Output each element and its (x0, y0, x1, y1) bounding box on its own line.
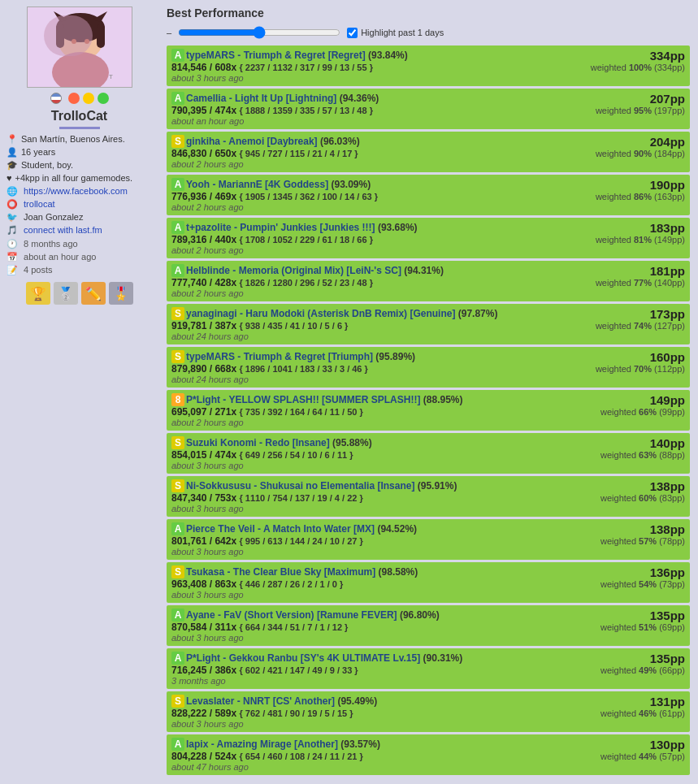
pp-main: 138pp (596, 522, 685, 536)
perf-title-link[interactable]: Ni-Sokkususu - Shukusai no Elementalia [… (186, 480, 414, 492)
pp-weighted: weighted 100% (334pp) (591, 63, 685, 72)
perf-left: APierce The Veil - A Match Into Water [M… (171, 522, 596, 557)
perf-row[interactable]: AAyane - FaV (Short Version) [Ramune FEV… (167, 605, 690, 646)
perf-hits: { 602 / 421 / 147 / 49 / 9 / 33 } (239, 665, 358, 675)
pp-main: 140pp (596, 436, 685, 450)
perf-row[interactable]: Alapix - Amazing Mirage [Another] (93.57… (167, 734, 690, 775)
highlight-slider[interactable] (178, 26, 340, 39)
perf-left: StypeMARS - Triumph & Regret [Triumph] (… (171, 350, 596, 384)
perf-left: At+pazolite - Pumpin' Junkies [Junkies !… (171, 221, 596, 255)
perf-left: 8P*Light - YELLOW SPLASH!! [SUMMER SPLAS… (171, 393, 596, 427)
perf-title-link[interactable]: Tsukasa - The Clear Blue Sky [Maximum] (186, 566, 375, 578)
website-link-row[interactable]: 🌐 https://www.facebook.com (7, 186, 152, 197)
perf-right: 160pp weighted 70% (112pp) (596, 350, 685, 374)
website-link[interactable]: https://www.facebook.com (24, 186, 128, 196)
perf-time: 3 months ago (171, 676, 596, 686)
pp-main: 138pp (596, 479, 685, 493)
perf-left: Syanaginagi - Haru Modoki (Asterisk DnB … (171, 307, 596, 341)
title: 🎓Student, boy. (7, 160, 152, 171)
perf-title-link[interactable]: typeMARS - Triumph & Regret [Triumph] (186, 351, 373, 362)
highlight-checkbox[interactable] (347, 28, 358, 38)
perf-title-link[interactable]: Helblinde - Memoria (Original Mix) [LeiN… (186, 265, 401, 276)
perf-row[interactable]: At+pazolite - Pumpin' Junkies [Junkies !… (167, 218, 690, 258)
perf-title-link[interactable]: typeMARS - Triumph & Regret [Regret] (186, 50, 366, 61)
perf-title-link[interactable]: t+pazolite - Pumpin' Junkies [Junkies !!… (186, 222, 375, 233)
perf-row[interactable]: SSuzuki Konomi - Redo [Insane] (95.88%) … (167, 433, 690, 474)
perf-title-link[interactable]: Camellia - Light It Up [Lightning] (186, 93, 336, 104)
perf-left: AtypeMARS - Triumph & Regret [Regret] (9… (171, 49, 591, 83)
perf-title: AtypeMARS - Triumph & Regret [Regret] (9… (171, 49, 591, 62)
perf-score: 716,245 / 386x { 602 / 421 / 147 / 49 / … (171, 665, 596, 676)
perf-title-link[interactable]: yanaginagi - Haru Modoki (Asterisk DnB R… (186, 308, 455, 319)
perf-row[interactable]: Syanaginagi - Haru Modoki (Asterisk DnB … (167, 304, 690, 344)
perf-row[interactable]: 8P*Light - YELLOW SPLASH!! [SUMMER SPLAS… (167, 390, 690, 431)
osu-link[interactable]: trollocat (24, 199, 55, 209)
globe-icon: 🌐 (7, 186, 18, 196)
perf-row[interactable]: AP*Light - Gekkou Ranbu [SY's 4K ULTIMAT… (167, 648, 690, 689)
perf-time: about 2 hours ago (171, 245, 596, 255)
pp-main: 136pp (596, 565, 685, 579)
perf-left: SSuzuki Konomi - Redo [Insane] (95.88%) … (171, 436, 596, 470)
flag-icon (50, 93, 62, 104)
perf-hits: { 1826 / 1280 / 296 / 52 / 23 / 48 } (239, 278, 373, 288)
perf-row[interactable]: APierce The Veil - A Match Into Water [M… (167, 519, 690, 560)
perf-title-link[interactable]: Suzuki Konomi - Redo [Insane] (186, 437, 330, 448)
last-online: 🕐 8 months ago (7, 239, 152, 249)
perf-row[interactable]: StypeMARS - Triumph & Regret [Triumph] (… (167, 347, 690, 388)
perf-title-link[interactable]: Pierce The Veil - A Match Into Water [MX… (186, 523, 375, 535)
perf-row[interactable]: Sginkiha - Anemoi [Daybreak] (96.03%) 84… (167, 132, 690, 172)
perf-title-link[interactable]: lapix - Amazing Mirage [Another] (186, 739, 338, 750)
svg-rect-4 (56, 24, 64, 48)
twitter-icon: 🐦 (7, 212, 18, 222)
perf-left: AP*Light - Gekkou Ranbu [SY's 4K ULTIMAT… (171, 652, 596, 686)
trophy-gray: 🎖️ (109, 282, 133, 305)
perf-title: At+pazolite - Pumpin' Junkies [Junkies !… (171, 221, 596, 234)
perf-title: 8P*Light - YELLOW SPLASH!! [SUMMER SPLAS… (171, 393, 596, 406)
pp-main: 135pp (596, 609, 685, 622)
perf-row[interactable]: AtypeMARS - Triumph & Regret [Regret] (9… (167, 45, 690, 86)
stats-section: 🕐 8 months ago 📅 about an hour ago 📝 4 p… (7, 239, 152, 275)
perf-row[interactable]: AYooh - MariannE [4K Goddess] (93.09%) 7… (167, 175, 690, 215)
perf-left: Alapix - Amazing Mirage [Another] (93.57… (171, 738, 596, 772)
perf-right: 207pp weighted 95% (197pp) (596, 92, 685, 115)
osu-link-row[interactable]: ⭕ trollocat (7, 199, 152, 210)
pp-main: 135pp (596, 652, 685, 665)
perf-right: 138pp weighted 57% (78pp) (596, 522, 685, 546)
perf-score: 919,781 / 387x { 938 / 435 / 41 / 10 / 5… (171, 320, 596, 331)
pp-weighted: weighted 60% (83pp) (596, 493, 685, 503)
perf-title-link[interactable]: Ayane - FaV (Short Version) [Ramune FEVE… (186, 609, 397, 621)
rank-badge: S (171, 135, 184, 148)
perf-title-link[interactable]: P*Light - YELLOW SPLASH!! [SUMMER SPLASH… (186, 394, 420, 405)
lastfm-row[interactable]: 🎵 connect with last.fm (7, 225, 152, 236)
pp-main: 183pp (596, 221, 685, 235)
pp-main: 190pp (596, 178, 685, 192)
rank-badge: A (171, 522, 184, 535)
perf-row[interactable]: STsukasa - The Clear Blue Sky [Maximum] … (167, 562, 690, 603)
username: TrolloCat (7, 109, 152, 123)
perf-hits: { 2237 / 1132 / 317 / 99 / 13 / 55 } (239, 63, 373, 72)
rank-badge: A (171, 738, 184, 751)
perf-right: 183pp weighted 81% (149pp) (596, 221, 685, 245)
perf-row[interactable]: ACamellia - Light It Up [Lightning] (94.… (167, 89, 690, 129)
perf-right: 149pp weighted 66% (99pp) (596, 393, 685, 417)
perf-left: ACamellia - Light It Up [Lightning] (94.… (171, 92, 596, 126)
title-icon: 🎓 (7, 160, 18, 170)
perf-right: 204pp weighted 90% (184pp) (596, 135, 685, 158)
perf-score: 814,546 / 608x { 2237 / 1132 / 317 / 99 … (171, 62, 591, 73)
perf-score: 846,830 / 650x { 945 / 727 / 115 / 21 / … (171, 148, 596, 159)
perf-title-link[interactable]: ginkiha - Anemoi [Daybreak] (186, 136, 318, 147)
lastfm-link[interactable]: connect with last.fm (24, 225, 102, 235)
perf-time: about 3 hours ago (171, 590, 596, 600)
perf-row[interactable]: SNi-Sokkususu - Shukusai no Elementalia … (167, 476, 690, 517)
perf-title-link[interactable]: P*Light - Gekkou Ranbu [SY's 4K ULTIMATE… (186, 652, 420, 664)
perf-title-link[interactable]: Yooh - MariannE [4K Goddess] (186, 179, 328, 190)
perf-right: 173pp weighted 74% (127pp) (596, 307, 685, 331)
rank-badge: S (171, 350, 184, 363)
perf-left: STsukasa - The Clear Blue Sky [Maximum] … (171, 565, 596, 600)
perf-title-link[interactable]: Levaslater - NNRT [CS' Another] (186, 695, 335, 707)
perf-right: 131pp weighted 46% (61pp) (596, 695, 685, 718)
perf-row[interactable]: SLevaslater - NNRT [CS' Another] (95.49%… (167, 691, 690, 732)
perf-score: 870,584 / 311x { 664 / 344 / 51 / 7 / 1 … (171, 622, 596, 633)
pp-weighted: weighted 49% (66pp) (596, 665, 685, 675)
perf-row[interactable]: AHelblinde - Memoria (Original Mix) [Lei… (167, 261, 690, 301)
